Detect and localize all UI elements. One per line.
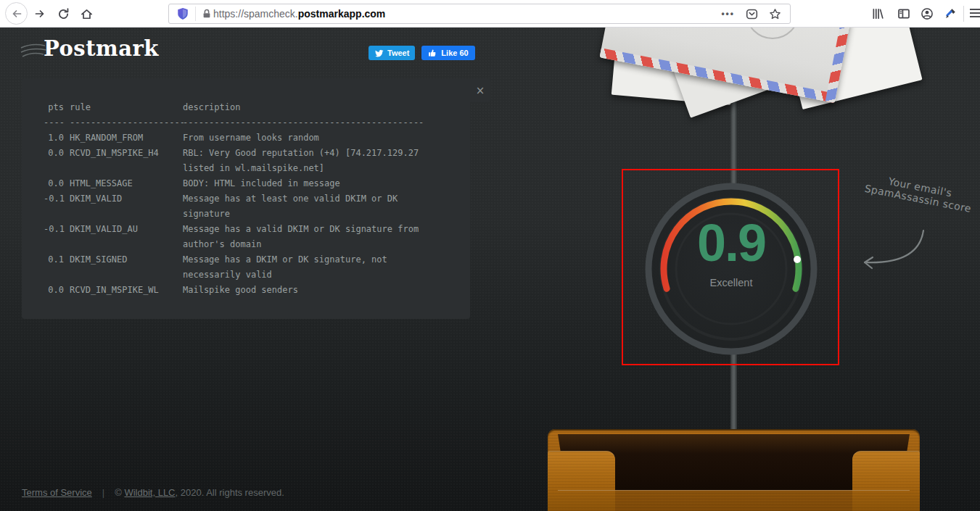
- url-bar[interactable]: https://spamcheck.postmarkapp.com •••: [168, 4, 791, 24]
- screenshot-root: https://spamcheck.postmarkapp.com •••: [0, 0, 980, 511]
- annotation-arrow-icon: [853, 226, 933, 278]
- menu-button[interactable]: [970, 9, 980, 20]
- url-scheme: https://spamcheck.: [213, 8, 298, 20]
- pocket-icon[interactable]: [746, 8, 758, 20]
- spam-report-table: pts rule description ---- --------------…: [44, 100, 460, 298]
- rule-name: RCVD_IN_MSPIKE_WL: [70, 283, 183, 298]
- rule-name: RCVD_IN_MSPIKE_H4: [70, 146, 183, 176]
- thumbs-up-icon: [428, 49, 437, 57]
- footer-separator: |: [102, 487, 104, 498]
- home-button[interactable]: [80, 7, 93, 20]
- table-row: 0.1 DKIM_SIGNED Message has a DKIM or DK…: [44, 252, 460, 283]
- table-row: 1.0 HK_RANDOM_FROM From username looks r…: [44, 130, 460, 146]
- tweet-label: Tweet: [387, 49, 409, 57]
- wildbit-link[interactable]: Wildbit, LLC: [124, 487, 175, 498]
- annotation-note: Your email's SpamAssassin score: [852, 169, 980, 217]
- rule-name: HTML_MESSAGE: [70, 176, 183, 191]
- rule-pts: 0.1: [44, 252, 64, 283]
- back-arrow-icon: [11, 8, 22, 20]
- eyedropper-icon: [944, 7, 957, 20]
- table-row: -0.1 DKIM_VALID Message has at least one…: [44, 191, 460, 222]
- account-icon: [921, 7, 934, 20]
- table-row: 0.0 HTML_MESSAGE BODY: HTML included in …: [44, 176, 460, 191]
- forward-button[interactable]: [33, 7, 46, 20]
- spam-report-panel: × pts rule description ---- ------------…: [22, 78, 470, 319]
- copyright-symbol: ©: [115, 487, 122, 498]
- bookmark-star-icon[interactable]: [769, 8, 781, 20]
- rule-description: Mailspike good senders: [183, 283, 460, 298]
- tracking-protection-shield-icon[interactable]: [176, 7, 189, 20]
- like-label: Like 60: [441, 49, 468, 57]
- footer: Terms of Service | © Wildbit, LLC , 2020…: [22, 487, 284, 498]
- logo-text: Postmark: [44, 36, 159, 61]
- eyedropper-extension-button[interactable]: [943, 7, 958, 21]
- close-icon[interactable]: ×: [476, 84, 485, 97]
- inbox-tray-graphic: [548, 429, 920, 511]
- rule-description: From username looks random: [183, 130, 460, 146]
- postmark-logo[interactable]: Postmark: [20, 36, 159, 61]
- rule-description: BODY: HTML included in message: [183, 176, 460, 191]
- urlbar-separator: [195, 7, 196, 21]
- library-button[interactable]: [870, 7, 885, 21]
- page-actions-icon[interactable]: •••: [721, 9, 735, 19]
- facebook-like-button[interactable]: Like 60: [421, 46, 474, 60]
- terms-of-service-link[interactable]: Terms of Service: [22, 487, 92, 498]
- panel-close-tab[interactable]: ×: [470, 78, 490, 102]
- rule-pts: 1.0: [44, 130, 64, 146]
- postmark-swoosh-icon: [20, 42, 49, 64]
- menu-icon: [970, 9, 980, 10]
- rule-name: DKIM_VALID: [70, 191, 183, 222]
- col-header-description: description: [183, 100, 460, 115]
- col-header-rule: rule: [70, 100, 183, 115]
- copyright-text: , 2020. All rights reserved.: [176, 487, 284, 498]
- table-row: -0.1 DKIM_VALID_AU Message has a valid D…: [44, 222, 460, 252]
- sidebars-button[interactable]: [897, 7, 911, 21]
- forward-arrow-icon: [34, 8, 46, 20]
- table-header-row: pts rule description: [44, 100, 460, 115]
- rule-description: RBL: Very Good reputation (+4) [74.217.1…: [183, 146, 460, 176]
- rule-description: Message has a valid DKIM or DK signature…: [183, 222, 460, 252]
- account-button[interactable]: [920, 7, 934, 21]
- reload-button[interactable]: [57, 7, 70, 20]
- rule-name: DKIM_SIGNED: [70, 252, 183, 283]
- home-icon: [81, 8, 93, 20]
- rule-pts: -0.1: [44, 191, 64, 222]
- url-text: https://spamcheck.postmarkapp.com: [213, 8, 385, 20]
- toolbar-separator: [963, 6, 964, 22]
- browser-toolbar: https://spamcheck.postmarkapp.com •••: [0, 0, 980, 28]
- rule-pts: 0.0: [44, 283, 64, 298]
- url-domain: postmarkapp.com: [298, 8, 386, 20]
- library-icon: [871, 7, 884, 20]
- rule-pts: -0.1: [44, 222, 64, 252]
- rule-description: Message has a DKIM or DK signature, not …: [183, 252, 460, 283]
- page-background: 0.9 Excellent Your email's SpamAssassin …: [0, 28, 980, 511]
- table-row: 0.0 RCVD_IN_MSPIKE_WL Mailspike good sen…: [44, 283, 460, 298]
- red-highlight-rectangle: [622, 169, 839, 365]
- table-row: 0.0 RCVD_IN_MSPIKE_H4 RBL: Very Good rep…: [44, 146, 460, 176]
- rule-name: HK_RANDOM_FROM: [70, 130, 183, 146]
- rule-pts: 0.0: [44, 146, 64, 176]
- reload-icon: [57, 8, 70, 20]
- col-header-pts: pts: [44, 100, 64, 115]
- back-button[interactable]: [5, 2, 28, 25]
- tweet-button[interactable]: Tweet: [368, 46, 415, 60]
- table-divider-row: ---- ---------------------- ------------…: [44, 115, 460, 130]
- twitter-bird-icon: [374, 49, 384, 58]
- rule-description: Message has at least one valid DKIM or D…: [183, 191, 460, 222]
- rule-name: DKIM_VALID_AU: [70, 222, 183, 252]
- rule-pts: 0.0: [44, 176, 64, 191]
- lock-icon: [202, 9, 212, 19]
- sidebar-icon: [897, 7, 910, 20]
